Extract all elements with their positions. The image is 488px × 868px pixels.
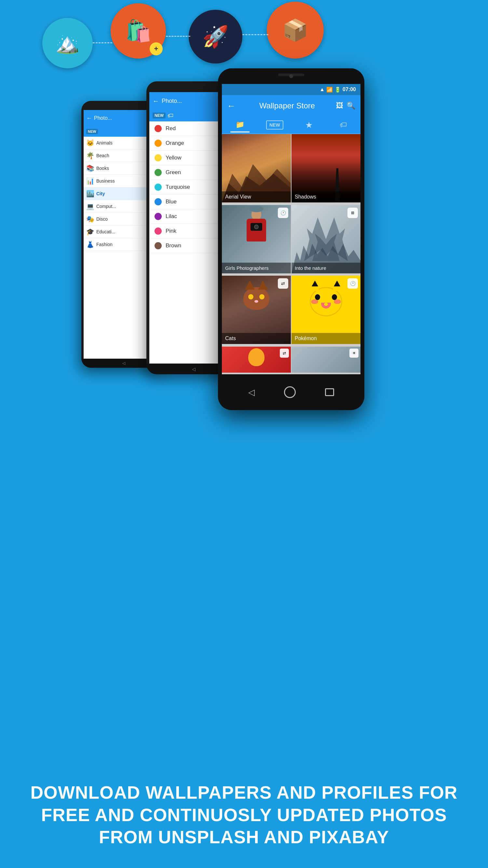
cats-badge: ⇄ [278, 278, 288, 289]
grid-item-aerial-view[interactable]: Aerial View [222, 134, 291, 203]
wifi-icon: ▲ [320, 87, 325, 92]
signal-icon: 📶 [326, 87, 333, 93]
toolbar-search-icon[interactable]: 🔍 [347, 101, 355, 110]
promo-text: DOWNLOAD WALLPAPERS AND PROFILES FOR FRE… [26, 781, 462, 848]
landscape-icon-circle: 🏔️ [42, 18, 93, 68]
phones-container: ← Photo... NEW 🐱 Animals 🌴 Beach 📚 [82, 68, 407, 426]
landscape-icon: 🏔️ [55, 32, 80, 55]
cats-label: Cats [222, 333, 291, 344]
nav-back-button[interactable]: ◁ [248, 387, 255, 397]
back-left-title: Photo... [94, 115, 112, 121]
mid-back-icon[interactable]: ← [153, 97, 159, 105]
favorites-icon: ★ [305, 120, 313, 130]
aerial-view-label: Aerial View [222, 191, 291, 203]
tab-collections[interactable]: 📁 [230, 118, 250, 132]
nav-home-button[interactable] [284, 386, 296, 398]
mid-title: Photo... [162, 98, 182, 104]
bag-icon-circle: 🛍️ + [110, 3, 166, 59]
grid-item-into-the-nature[interactable]: ⊞ Into the nature [292, 205, 360, 273]
tags-icon: 🏷 [340, 121, 347, 129]
grid-item-abstract[interactable]: ☀ [292, 347, 360, 373]
grid-item-pokemon[interactable]: 🕐 Pokémon [292, 276, 360, 344]
dashed-line-2 [166, 36, 190, 37]
phone-top-bar [218, 68, 364, 84]
into-nature-badge: ⊞ [348, 208, 358, 218]
toolbar-back-btn[interactable]: ← [227, 101, 235, 111]
grid-item-girls-photographers[interactable]: 🕐 Girls Photographers [222, 205, 291, 273]
tab-new[interactable]: NEW [266, 120, 283, 129]
back-left-new-badge: NEW [86, 129, 98, 134]
status-icons: ▲ 📶 🔋 07:00 [320, 87, 356, 93]
tab-bar: 📁 NEW ★ 🏷 [222, 117, 360, 134]
toolbar-image-icon[interactable]: 🖼 [336, 101, 343, 110]
collections-icon: 📁 [235, 120, 244, 129]
tab-tags[interactable]: 🏷 [334, 118, 352, 132]
bottom-promo-text: DOWNLOAD WALLPAPERS AND PROFILES FOR FRE… [0, 781, 488, 848]
dashed-line-3 [242, 34, 268, 35]
back-left-back-icon: ← [86, 115, 92, 122]
tab-favorites[interactable]: ★ [300, 118, 318, 133]
phone-front: ▲ 📶 🔋 07:00 ← Wallpaper Store 🖼 🔍 📁 [218, 68, 364, 410]
status-bar: ▲ 📶 🔋 07:00 [222, 84, 360, 95]
time-display: 07:00 [343, 87, 356, 92]
wallpaper-grid: Aerial View Shadows [222, 134, 360, 374]
mid-new-badge: NEW [153, 113, 166, 119]
rocket-icon: 🚀 [202, 24, 229, 49]
phone-screen-front: ▲ 📶 🔋 07:00 ← Wallpaper Store 🖼 🔍 📁 [222, 84, 360, 374]
phone-nav-bar: ◁ [218, 374, 364, 410]
new-tab-label: NEW [269, 122, 280, 128]
pokemon-badge: 🕐 [348, 278, 358, 289]
app-toolbar: ← Wallpaper Store 🖼 🔍 [222, 95, 360, 117]
shadows-label: Shadows [292, 191, 360, 203]
delivery-icon: 📦 [282, 18, 308, 43]
ironman-badge: ⇄ [280, 348, 289, 358]
bag-icon: 🛍️ [125, 19, 152, 43]
grid-item-ironman[interactable]: ⇄ [222, 347, 291, 373]
battery-icon: 🔋 [334, 87, 341, 93]
rocket-icon-circle: 🚀 [189, 10, 242, 63]
dashed-line-1 [93, 42, 112, 43]
girls-photographers-badge: 🕐 [278, 208, 288, 218]
toolbar-title: Wallpaper Store [238, 101, 336, 110]
abstract-badge: ☀ [349, 348, 359, 358]
grid-item-cats[interactable]: ⇄ Cats [222, 276, 291, 344]
nav-recents-button[interactable] [325, 388, 334, 396]
delivery-icon-circle: 📦 [267, 2, 324, 59]
girls-photographers-label: Girls Photographers [222, 262, 291, 273]
grid-item-shadows[interactable]: Shadows [292, 134, 360, 203]
into-nature-label: Into the nature [292, 262, 360, 273]
pokemon-label: Pokémon [292, 333, 360, 344]
